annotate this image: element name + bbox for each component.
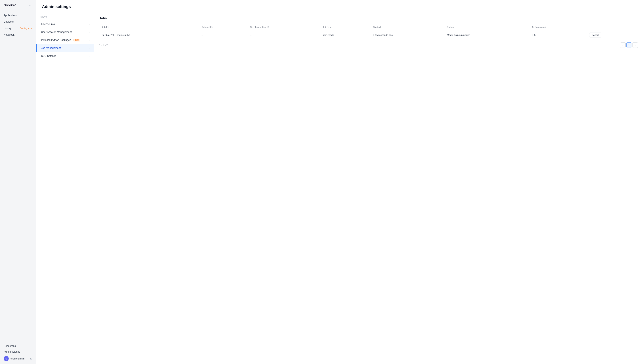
next-page-button[interactable]: › <box>632 42 638 48</box>
collapse-sidebar-button[interactable]: ← <box>28 3 33 8</box>
license-info-chevron-icon: › <box>89 23 90 26</box>
sidebar-logo-area: Snorkel ← <box>0 0 36 10</box>
jobs-table-body: rq-BbaUZsFr_engine-nS58 -- -- train-mode… <box>99 30 638 40</box>
sso-settings-label: SSO Settings <box>41 54 56 57</box>
menu-item-sso-settings[interactable]: SSO Settings › <box>36 52 94 60</box>
user-account-management-label: User Account Management <box>41 30 72 34</box>
sidebar-item-datasets[interactable]: Datasets <box>0 18 36 25</box>
sidebar-item-notebook[interactable]: Notebook <box>0 32 36 38</box>
library-row: Library Coming soon <box>4 27 33 30</box>
user-row: S snorkeladmin ⚙ <box>4 354 33 361</box>
sidebar-item-datasets-label: Datasets <box>4 20 14 23</box>
cell-job-type: train-model <box>320 30 370 40</box>
resources-label: Resources <box>4 344 16 347</box>
python-packages-chevron-icon: › <box>89 39 90 42</box>
pagination-summary: 1 - 1 of 1 <box>99 44 109 46</box>
sidebar-item-library-label: Library <box>4 27 12 30</box>
installed-python-packages-label: Installed Python Packages <box>41 38 71 42</box>
menu-item-user-account-management[interactable]: User Account Management › <box>36 28 94 36</box>
avatar: S <box>4 356 9 361</box>
content-area: MENU License Info › User Account Managem… <box>36 12 643 363</box>
sidebar-item-admin-settings[interactable]: Admin settings › <box>4 349 33 354</box>
admin-settings-chevron-icon: › <box>32 350 33 353</box>
job-management-label: Job Management <box>41 46 61 50</box>
sidebar-item-applications-label: Applications <box>4 14 17 17</box>
cell-dataset-id: -- <box>199 30 247 40</box>
menu-item-job-management[interactable]: Job Management › <box>36 44 94 52</box>
license-info-label: License Info <box>41 22 55 26</box>
app-logo: Snorkel <box>4 4 16 7</box>
menu-item-license-info[interactable]: License Info › <box>36 20 94 28</box>
sso-settings-chevron-icon: › <box>89 55 90 57</box>
main-content: Admin settings MENU License Info › User … <box>36 0 643 364</box>
cell-pct-completed: 0 % <box>529 30 587 40</box>
col-dataset-id: Dataset ID <box>199 24 247 30</box>
col-job-type: Job Type <box>320 24 370 30</box>
pagination-controls: ‹ 1 › <box>620 42 638 48</box>
job-management-chevron-icon: › <box>89 47 90 50</box>
pagination-row: 1 - 1 of 1 ‹ 1 › <box>99 40 638 50</box>
jobs-table: Job ID Dataset ID Op Placeholder ID Job … <box>99 24 638 40</box>
page-header: Admin settings <box>36 0 643 12</box>
beta-badge: BETA <box>74 39 80 42</box>
col-started: Started <box>371 24 444 30</box>
sidebar-item-notebook-label: Notebook <box>4 33 15 36</box>
sidebar-item-library[interactable]: Library Coming soon <box>0 25 36 32</box>
sidebar-nav: Applications Datasets Library Coming soo… <box>0 10 36 340</box>
col-status: Status <box>444 24 529 30</box>
menu-section-label: MENU <box>36 16 94 20</box>
user-settings-icon[interactable]: ⚙ <box>30 357 33 360</box>
col-job-id: Job ID <box>99 24 199 30</box>
username-label: snorkeladmin <box>11 357 28 360</box>
table-row: rq-BbaUZsFr_engine-nS58 -- -- train-mode… <box>99 30 638 40</box>
sidebar-item-resources[interactable]: Resources › <box>4 343 33 349</box>
col-actions <box>587 24 638 30</box>
resources-chevron-icon: › <box>32 345 33 347</box>
jobs-title: Jobs <box>99 16 638 20</box>
sidebar-bottom: Resources › Admin settings › S snorkelad… <box>0 340 36 364</box>
admin-settings-label: Admin settings <box>4 350 20 353</box>
jobs-table-header-row: Job ID Dataset ID Op Placeholder ID Job … <box>99 24 638 30</box>
admin-menu-panel: MENU License Info › User Account Managem… <box>36 12 94 363</box>
page-title: Admin settings <box>42 4 637 9</box>
python-packages-left: Installed Python Packages BETA <box>41 38 80 42</box>
sidebar-item-applications[interactable]: Applications <box>0 12 36 18</box>
jobs-table-head: Job ID Dataset ID Op Placeholder ID Job … <box>99 24 638 30</box>
cell-cancel: Cancel <box>587 30 638 40</box>
jobs-panel: Jobs Job ID Dataset ID Op Placeholder ID… <box>94 12 643 363</box>
page-1-button[interactable]: 1 <box>626 42 632 48</box>
prev-page-button[interactable]: ‹ <box>620 42 626 48</box>
col-op-placeholder-id: Op Placeholder ID <box>247 24 320 30</box>
cell-op-placeholder-id: -- <box>247 30 320 40</box>
cell-started: a few seconds ago <box>371 30 444 40</box>
coming-soon-badge: Coming soon <box>20 27 33 30</box>
cell-job-id: rq-BbaUZsFr_engine-nS58 <box>99 30 199 40</box>
col-pct-completed: % Completed <box>529 24 587 30</box>
menu-item-installed-python-packages[interactable]: Installed Python Packages BETA › <box>36 36 94 44</box>
cancel-button[interactable]: Cancel <box>589 32 601 38</box>
sidebar: Snorkel ← Applications Datasets Library … <box>0 0 36 364</box>
cell-status: Model training queued <box>444 30 529 40</box>
user-account-management-chevron-icon: › <box>89 31 90 34</box>
